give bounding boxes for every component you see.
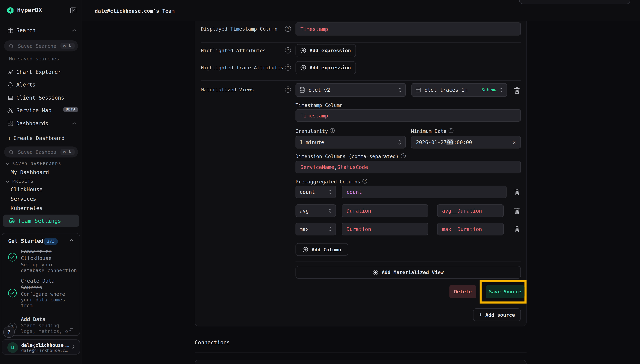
aggregation-op-select[interactable]: avg <box>296 204 336 217</box>
highlighted-attributes-label: Highlighted Attributes <box>201 48 266 54</box>
help-circle-icon[interactable]: ? <box>285 86 291 92</box>
aggregation-expr-input[interactable]: count <box>342 186 506 198</box>
select-chevrons-icon <box>500 87 503 92</box>
collapse-sidebar-icon[interactable] <box>70 7 77 14</box>
sidebar-item-client-sessions[interactable]: Client Sessions <box>0 92 82 103</box>
sidebar-item-services[interactable]: Services <box>11 196 36 202</box>
gear-icon <box>8 217 15 224</box>
dimension-columns-input[interactable]: ServiceName, StatusCode <box>296 161 521 174</box>
step-title[interactable]: Add Data <box>21 316 45 322</box>
presets-section[interactable]: PRESETS <box>6 179 34 184</box>
search-icon <box>9 44 14 48</box>
help-circle-icon[interactable]: ? <box>285 64 291 70</box>
help-circle-icon[interactable]: ? <box>285 48 291 54</box>
arrow-right-icon: → <box>70 325 73 331</box>
user-menu[interactable]: D dale@clickhouse.… dale@clickhouse.c… <box>2 340 80 354</box>
saved-searches-input[interactable]: ⌘ K <box>4 40 78 52</box>
team-title: dale@clickhouse.com's Team <box>95 8 175 14</box>
save-source-button[interactable]: Save Source <box>486 285 524 298</box>
displayed-timestamp-label: Displayed Timestamp Column <box>201 26 278 32</box>
preaggregated-columns-label: Pre-aggregated Columns? <box>296 178 367 184</box>
displayed-timestamp-input[interactable]: Timestamp <box>296 22 521 36</box>
progress-badge: 2/3 <box>44 238 58 245</box>
add-expression-button[interactable]: Add expression <box>296 61 356 74</box>
scrolled-panel-edge <box>519 0 630 4</box>
sidebar-item-clickhouse[interactable]: ClickHouse <box>11 186 43 192</box>
aggregation-expr-input[interactable]: Duration <box>342 223 428 236</box>
step-title[interactable]: ClickHouse <box>21 255 52 261</box>
delete-source-button[interactable]: Delete <box>449 285 476 298</box>
divider <box>201 42 521 43</box>
add-expression-button[interactable]: Add expression <box>296 44 356 57</box>
sidebar-item-my-dashboard[interactable]: My Dashboard <box>11 169 49 176</box>
sidebar-item-service-map[interactable]: Service Map BETA <box>0 104 82 116</box>
sidebar-item-chart-explorer[interactable]: Chart Explorer <box>0 66 82 78</box>
sidebar-item-search[interactable]: Search <box>0 24 82 36</box>
delete-row-icon[interactable] <box>513 188 520 196</box>
search-table-icon <box>7 27 14 34</box>
bell-icon <box>7 81 14 88</box>
saved-dashboards-section[interactable]: SAVED DASHBOARDS <box>6 162 61 166</box>
sidebar-item-dashboards[interactable]: Dashboards <box>0 118 82 129</box>
create-dashboard-button[interactable]: + Create Dashboard <box>0 132 82 144</box>
delete-row-icon[interactable] <box>513 206 520 215</box>
add-materialized-view-button[interactable]: Add Materialized View <box>296 266 521 279</box>
aggregation-op-select[interactable]: count <box>296 186 336 198</box>
saved-searches-field[interactable] <box>17 42 58 49</box>
step-title[interactable]: Connect to <box>21 248 52 254</box>
search-icon <box>9 150 14 154</box>
help-button[interactable]: ? <box>3 326 15 338</box>
saved-dashboards-field[interactable] <box>17 149 58 155</box>
help-circle-icon[interactable]: ? <box>285 26 291 32</box>
step-title[interactable]: Create Data <box>21 278 55 284</box>
select-chevrons-icon <box>398 139 402 145</box>
aggregation-alias-input[interactable]: avg__Duration <box>437 204 504 217</box>
delete-materialized-view-icon[interactable] <box>513 86 520 94</box>
minimum-date-input[interactable]: 2026-01-27 00:00:00 × <box>411 136 521 148</box>
select-chevrons-icon <box>329 208 332 214</box>
step-title[interactable]: Sources <box>21 284 42 290</box>
divider <box>296 262 521 262</box>
highlighted-trace-attributes-label: Highlighted Trace Attributes <box>201 65 284 70</box>
delete-row-icon[interactable] <box>513 225 520 233</box>
table-select[interactable]: otel_traces_1m Schema <box>411 83 507 97</box>
granularity-select[interactable]: 1 minute <box>296 136 406 148</box>
selected-date-segment: 00 <box>447 139 454 145</box>
sidebar-item-kubernetes[interactable]: Kubernetes <box>11 205 43 211</box>
chevron-right-icon <box>72 344 75 349</box>
minimum-date-label: Minimum Date? <box>411 128 453 134</box>
select-chevrons-icon <box>398 87 402 93</box>
select-chevrons-icon <box>329 226 332 232</box>
shortcut-badge: ⌘ K <box>61 43 75 49</box>
main-content: Displayed Timestamp Column ? Timestamp H… <box>82 21 640 364</box>
user-name: dale@clickhouse.… <box>21 342 69 348</box>
no-saved-searches-text: No saved searches <box>9 56 59 62</box>
dimension-columns-label: Dimension Columns (comma-separated)? <box>296 154 406 159</box>
circle-plus-icon <box>373 270 378 275</box>
sidebar-item-team-settings[interactable]: Team Settings <box>3 214 79 227</box>
add-source-button[interactable]: + Add source <box>473 308 521 321</box>
circle-plus-icon <box>301 65 306 70</box>
aggregation-op-select[interactable]: max <box>296 223 336 236</box>
chevron-down-icon <box>6 162 10 165</box>
plus-icon: + <box>479 312 482 318</box>
saved-dashboards-input[interactable]: ⌘ K <box>4 146 78 158</box>
database-icon <box>300 87 305 93</box>
chevron-up-icon[interactable] <box>69 239 74 242</box>
clear-date-icon[interactable]: × <box>512 139 516 146</box>
beta-badge: BETA <box>63 107 79 112</box>
granularity-label: Granularity? <box>296 128 335 134</box>
connections-heading: Connections <box>195 340 230 346</box>
timestamp-column-input[interactable]: Timestamp <box>296 110 521 122</box>
schema-link[interactable]: Schema <box>481 87 498 92</box>
plus-icon: + <box>6 134 13 141</box>
service-map-icon <box>7 107 14 114</box>
database-select[interactable]: otel_v2 <box>296 83 406 97</box>
aggregation-alias-input[interactable]: max__Duration <box>437 223 504 236</box>
chevron-up-icon <box>72 122 76 124</box>
add-column-button[interactable]: Add Column <box>296 243 348 256</box>
chart-explorer-icon <box>7 68 14 75</box>
sidebar-item-alerts[interactable]: Alerts <box>0 79 82 90</box>
laptop-icon <box>7 94 14 101</box>
aggregation-expr-input[interactable]: Duration <box>342 204 428 217</box>
